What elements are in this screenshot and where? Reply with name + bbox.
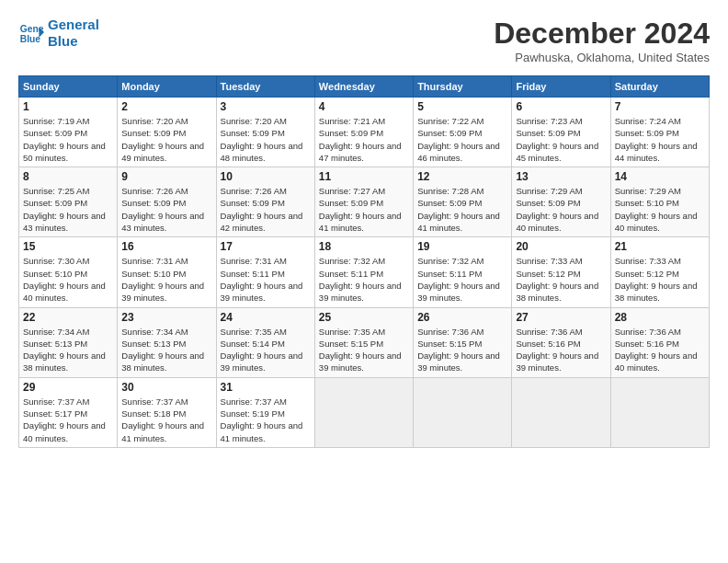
day-number: 24 bbox=[221, 311, 311, 324]
day-info: Sunrise: 7:22 AMSunset: 5:09 PMDaylight:… bbox=[417, 115, 507, 164]
day-number: 4 bbox=[319, 100, 409, 113]
table-row: 24Sunrise: 7:35 AMSunset: 5:14 PMDayligh… bbox=[216, 307, 314, 377]
day-info: Sunrise: 7:35 AMSunset: 5:15 PMDaylight:… bbox=[319, 326, 409, 374]
table-row: 21Sunrise: 7:33 AMSunset: 5:12 PMDayligh… bbox=[610, 237, 709, 307]
col-monday: Monday bbox=[118, 76, 216, 98]
table-row: 5Sunrise: 7:22 AMSunset: 5:09 PMDaylight… bbox=[414, 98, 512, 167]
day-number: 28 bbox=[615, 311, 705, 324]
day-number: 26 bbox=[417, 311, 507, 324]
day-number: 2 bbox=[121, 100, 211, 113]
day-number: 22 bbox=[23, 311, 113, 324]
col-thursday: Thursday bbox=[414, 76, 512, 98]
day-info: Sunrise: 7:35 AMSunset: 5:14 PMDaylight:… bbox=[221, 326, 311, 374]
day-number: 16 bbox=[121, 240, 211, 253]
day-number: 29 bbox=[23, 381, 113, 394]
table-row: 3Sunrise: 7:20 AMSunset: 5:09 PMDaylight… bbox=[216, 98, 314, 167]
col-tuesday: Tuesday bbox=[216, 76, 314, 98]
day-number: 5 bbox=[417, 100, 507, 113]
day-info: Sunrise: 7:34 AMSunset: 5:13 PMDaylight:… bbox=[23, 326, 113, 374]
col-friday: Friday bbox=[512, 76, 610, 98]
day-info: Sunrise: 7:20 AMSunset: 5:09 PMDaylight:… bbox=[221, 115, 311, 164]
day-info: Sunrise: 7:20 AMSunset: 5:09 PMDaylight:… bbox=[121, 115, 211, 164]
table-row: 16Sunrise: 7:31 AMSunset: 5:10 PMDayligh… bbox=[118, 237, 216, 307]
table-row: 10Sunrise: 7:26 AMSunset: 5:09 PMDayligh… bbox=[216, 167, 314, 237]
calendar-week-row: 8Sunrise: 7:25 AMSunset: 5:09 PMDaylight… bbox=[19, 167, 710, 237]
table-row: 12Sunrise: 7:28 AMSunset: 5:09 PMDayligh… bbox=[414, 167, 512, 237]
day-info: Sunrise: 7:27 AMSunset: 5:09 PMDaylight:… bbox=[319, 185, 409, 234]
page: General Blue General Blue December 2024 … bbox=[0, 0, 728, 457]
table-row: 8Sunrise: 7:25 AMSunset: 5:09 PMDaylight… bbox=[19, 167, 118, 237]
day-number: 17 bbox=[221, 240, 311, 253]
day-number: 11 bbox=[319, 170, 409, 183]
location: Pawhuska, Oklahoma, United States bbox=[494, 51, 710, 64]
day-number: 15 bbox=[23, 240, 113, 253]
table-row: 18Sunrise: 7:32 AMSunset: 5:11 PMDayligh… bbox=[314, 237, 413, 307]
day-number: 21 bbox=[615, 240, 705, 253]
table-row bbox=[414, 377, 512, 447]
table-row: 25Sunrise: 7:35 AMSunset: 5:15 PMDayligh… bbox=[314, 307, 413, 377]
day-number: 7 bbox=[615, 100, 705, 113]
table-row: 13Sunrise: 7:29 AMSunset: 5:09 PMDayligh… bbox=[512, 167, 610, 237]
day-number: 23 bbox=[121, 311, 211, 324]
table-row: 20Sunrise: 7:33 AMSunset: 5:12 PMDayligh… bbox=[512, 237, 610, 307]
table-row bbox=[512, 377, 610, 447]
day-number: 20 bbox=[516, 240, 606, 253]
calendar-week-row: 1Sunrise: 7:19 AMSunset: 5:09 PMDaylight… bbox=[19, 98, 710, 167]
day-info: Sunrise: 7:36 AMSunset: 5:15 PMDaylight:… bbox=[417, 326, 507, 374]
day-info: Sunrise: 7:32 AMSunset: 5:11 PMDaylight:… bbox=[319, 255, 409, 304]
day-number: 13 bbox=[516, 170, 606, 183]
day-info: Sunrise: 7:32 AMSunset: 5:11 PMDaylight:… bbox=[417, 255, 507, 304]
day-number: 1 bbox=[23, 100, 113, 113]
day-number: 25 bbox=[319, 311, 409, 324]
logo-icon: General Blue bbox=[18, 20, 44, 46]
day-info: Sunrise: 7:29 AMSunset: 5:09 PMDaylight:… bbox=[516, 185, 606, 234]
day-info: Sunrise: 7:21 AMSunset: 5:09 PMDaylight:… bbox=[319, 115, 409, 164]
day-info: Sunrise: 7:36 AMSunset: 5:16 PMDaylight:… bbox=[516, 326, 606, 374]
table-row: 15Sunrise: 7:30 AMSunset: 5:10 PMDayligh… bbox=[19, 237, 118, 307]
calendar-week-row: 15Sunrise: 7:30 AMSunset: 5:10 PMDayligh… bbox=[19, 237, 710, 307]
table-row: 28Sunrise: 7:36 AMSunset: 5:16 PMDayligh… bbox=[610, 307, 709, 377]
day-number: 6 bbox=[516, 100, 606, 113]
table-row: 22Sunrise: 7:34 AMSunset: 5:13 PMDayligh… bbox=[19, 307, 118, 377]
table-row: 14Sunrise: 7:29 AMSunset: 5:10 PMDayligh… bbox=[610, 167, 709, 237]
day-number: 14 bbox=[615, 170, 705, 183]
table-row: 17Sunrise: 7:31 AMSunset: 5:11 PMDayligh… bbox=[216, 237, 314, 307]
day-info: Sunrise: 7:33 AMSunset: 5:12 PMDaylight:… bbox=[615, 255, 705, 304]
day-number: 18 bbox=[319, 240, 409, 253]
day-info: Sunrise: 7:26 AMSunset: 5:09 PMDaylight:… bbox=[121, 185, 211, 234]
day-info: Sunrise: 7:24 AMSunset: 5:09 PMDaylight:… bbox=[615, 115, 705, 164]
day-info: Sunrise: 7:23 AMSunset: 5:09 PMDaylight:… bbox=[516, 115, 606, 164]
day-info: Sunrise: 7:37 AMSunset: 5:19 PMDaylight:… bbox=[221, 396, 311, 444]
table-row: 29Sunrise: 7:37 AMSunset: 5:17 PMDayligh… bbox=[19, 377, 118, 447]
logo-line2: Blue bbox=[48, 33, 78, 49]
table-row bbox=[314, 377, 413, 447]
table-row: 26Sunrise: 7:36 AMSunset: 5:15 PMDayligh… bbox=[414, 307, 512, 377]
day-number: 3 bbox=[221, 100, 311, 113]
day-number: 27 bbox=[516, 311, 606, 324]
col-saturday: Saturday bbox=[610, 76, 709, 98]
header: General Blue General Blue December 2024 … bbox=[18, 17, 710, 64]
logo-line1: General bbox=[48, 17, 99, 32]
table-row: 23Sunrise: 7:34 AMSunset: 5:13 PMDayligh… bbox=[118, 307, 216, 377]
table-row: 7Sunrise: 7:24 AMSunset: 5:09 PMDaylight… bbox=[610, 98, 709, 167]
day-number: 31 bbox=[221, 381, 311, 394]
day-info: Sunrise: 7:34 AMSunset: 5:13 PMDaylight:… bbox=[121, 326, 211, 374]
table-row: 30Sunrise: 7:37 AMSunset: 5:18 PMDayligh… bbox=[118, 377, 216, 447]
table-row: 4Sunrise: 7:21 AMSunset: 5:09 PMDaylight… bbox=[314, 98, 413, 167]
table-row: 19Sunrise: 7:32 AMSunset: 5:11 PMDayligh… bbox=[414, 237, 512, 307]
col-sunday: Sunday bbox=[19, 76, 118, 98]
logo-text: General Blue bbox=[48, 17, 99, 50]
table-row: 6Sunrise: 7:23 AMSunset: 5:09 PMDaylight… bbox=[512, 98, 610, 167]
day-info: Sunrise: 7:31 AMSunset: 5:11 PMDaylight:… bbox=[221, 255, 311, 304]
day-number: 10 bbox=[221, 170, 311, 183]
month-title: December 2024 bbox=[494, 17, 710, 51]
calendar-week-row: 29Sunrise: 7:37 AMSunset: 5:17 PMDayligh… bbox=[19, 377, 710, 447]
calendar-header-row: Sunday Monday Tuesday Wednesday Thursday… bbox=[19, 76, 710, 98]
day-info: Sunrise: 7:30 AMSunset: 5:10 PMDaylight:… bbox=[23, 255, 113, 304]
day-info: Sunrise: 7:19 AMSunset: 5:09 PMDaylight:… bbox=[23, 115, 113, 164]
day-number: 8 bbox=[23, 170, 113, 183]
day-number: 12 bbox=[417, 170, 507, 183]
day-info: Sunrise: 7:29 AMSunset: 5:10 PMDaylight:… bbox=[615, 185, 705, 234]
day-info: Sunrise: 7:36 AMSunset: 5:16 PMDaylight:… bbox=[615, 326, 705, 374]
table-row: 31Sunrise: 7:37 AMSunset: 5:19 PMDayligh… bbox=[216, 377, 314, 447]
